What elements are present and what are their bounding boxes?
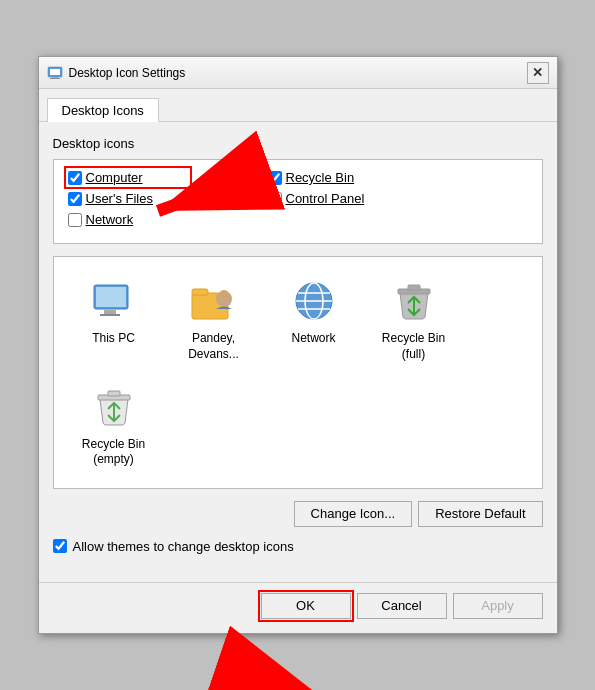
checkbox-row-2: User's Files Control Panel	[68, 191, 528, 206]
svg-rect-21	[108, 391, 120, 396]
svg-rect-18	[408, 285, 420, 290]
icon-recycle-bin-empty[interactable]: Recycle Bin(empty)	[64, 373, 164, 478]
checkboxes-area: Computer Recycle Bin User's Files	[53, 159, 543, 244]
bottom-buttons: Change Icon... Restore Default	[53, 501, 543, 527]
icon-network[interactable]: Network	[264, 267, 364, 372]
dialog-footer: OK Cancel Apply	[39, 582, 557, 633]
tab-bar: Desktop Icons	[39, 89, 557, 122]
svg-point-11	[219, 290, 229, 300]
icon-recycle-bin-full[interactable]: Recycle Bin(full)	[364, 267, 464, 372]
title-bar: Desktop Icon Settings ✕	[39, 57, 557, 89]
restore-default-button[interactable]: Restore Default	[418, 501, 542, 527]
tab-desktop-icons[interactable]: Desktop Icons	[47, 98, 159, 122]
recycle-bin-empty-label: Recycle Bin(empty)	[82, 437, 145, 468]
network-label: Network	[291, 331, 335, 347]
title-bar-text: Desktop Icon Settings	[69, 66, 527, 80]
svg-rect-5	[96, 287, 126, 307]
allow-themes-checkbox[interactable]	[53, 539, 67, 553]
svg-rect-9	[192, 289, 208, 295]
cancel-button[interactable]: Cancel	[357, 593, 447, 619]
change-icon-button[interactable]: Change Icon...	[294, 501, 413, 527]
network-icon	[290, 277, 338, 325]
checkbox-users-files[interactable]: User's Files	[68, 191, 188, 206]
icons-area: This PC	[53, 256, 543, 488]
icon-this-pc[interactable]: This PC	[64, 267, 164, 372]
close-button[interactable]: ✕	[527, 62, 549, 84]
pandey-label: Pandey,Devans...	[188, 331, 239, 362]
checkbox-recycle-bin[interactable]: Recycle Bin	[268, 170, 388, 185]
svg-rect-3	[50, 78, 60, 79]
checkbox-row-3: Network	[68, 212, 528, 227]
section-label: Desktop icons	[53, 136, 543, 151]
checkbox-control-panel[interactable]: Control Panel	[268, 191, 388, 206]
svg-line-25	[233, 671, 330, 690]
recycle-bin-full-label: Recycle Bin(full)	[382, 331, 445, 362]
svg-rect-6	[104, 310, 116, 314]
recycle-bin-full-icon	[390, 277, 438, 325]
svg-rect-1	[50, 69, 60, 75]
checkbox-network[interactable]: Network	[68, 212, 188, 227]
icon-pandey[interactable]: Pandey,Devans...	[164, 267, 264, 372]
allow-themes-label: Allow themes to change desktop icons	[73, 539, 294, 554]
checkbox-row-1: Computer Recycle Bin	[68, 170, 528, 185]
apply-button[interactable]: Apply	[453, 593, 543, 619]
checkbox-computer[interactable]: Computer	[68, 170, 188, 185]
icons-grid: This PC	[64, 267, 532, 477]
dialog-icon	[47, 65, 63, 81]
ok-button[interactable]: OK	[261, 593, 351, 619]
recycle-bin-empty-icon	[90, 383, 138, 431]
allow-themes-row: Allow themes to change desktop icons	[53, 539, 543, 554]
svg-rect-7	[100, 314, 120, 316]
this-pc-icon	[90, 277, 138, 325]
this-pc-label: This PC	[92, 331, 135, 347]
pandey-icon	[190, 277, 238, 325]
